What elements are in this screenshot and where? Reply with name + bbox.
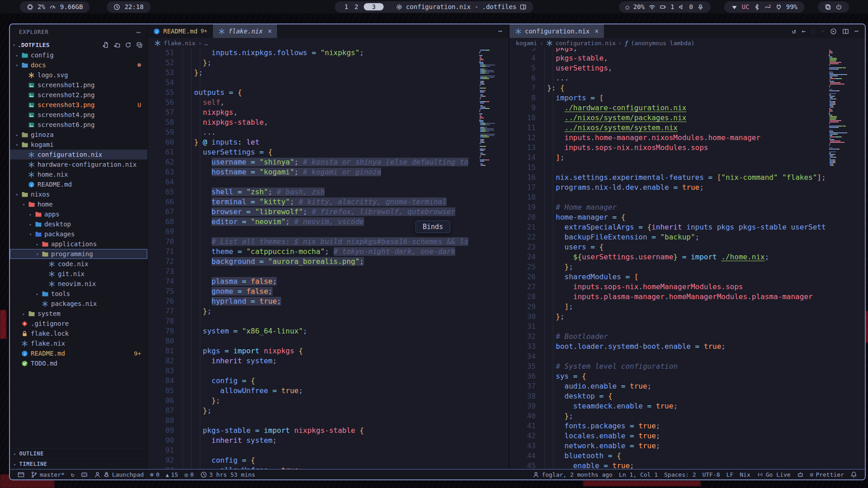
chevron-down-icon[interactable]: ▾ [20, 202, 27, 207]
tree-item-code.nix[interactable]: code.nix [10, 259, 147, 269]
tree-item-neovim.nix[interactable]: neovim.nix [10, 279, 147, 289]
breadcrumb-file[interactable]: flake.nix [164, 40, 195, 47]
breadcrumb[interactable]: flake.nix › … [148, 38, 509, 48]
chevron-down-icon[interactable]: ▾ [14, 192, 20, 197]
new-file-icon[interactable] [102, 42, 109, 48]
back-icon[interactable]: ← [802, 27, 806, 35]
system-tray-pill[interactable]: UC 99% [724, 1, 804, 13]
circle-icon[interactable]: ○ [811, 27, 815, 35]
tree-item-nixos[interactable]: ▾nixos [10, 189, 147, 199]
chevron-right-icon[interactable]: ▸ [14, 53, 20, 58]
clock-pill[interactable]: 22:18 [107, 1, 150, 13]
statusbar-ports[interactable]: ◎0 [181, 471, 197, 478]
chevron-down-icon[interactable]: ▾ [14, 63, 20, 68]
statusbar-git-sync[interactable]: ↻ [68, 471, 78, 478]
tree-item-desktop[interactable]: ▸desktop [10, 219, 147, 229]
breadcrumb[interactable]: kogami › configuration.nix › ƒ (anonymou… [509, 38, 865, 48]
outline-section[interactable]: ▸ OUTLINE [10, 448, 147, 459]
tree-item-tools[interactable]: ▸tools [10, 289, 147, 299]
statusbar-git-branch[interactable]: master* [28, 471, 68, 478]
tree-item-readme.md[interactable]: iREADME.md [10, 179, 147, 189]
tree-item-packages[interactable]: ▾packages [10, 229, 147, 239]
new-folder-icon[interactable] [113, 42, 120, 48]
statusbar-keymap-indicator[interactable] [78, 471, 91, 478]
breadcrumb-folder[interactable]: kogami [516, 40, 537, 47]
statusbar-language-mode[interactable]: Nix [736, 471, 753, 478]
circle-arrow-icon[interactable]: ↷ [821, 27, 825, 35]
tree-item-docs[interactable]: ▾docs [10, 60, 147, 70]
tab-flake[interactable]: flake.nix × [213, 24, 278, 38]
chevron-down-icon[interactable]: ▾ [14, 142, 20, 147]
tree-item-logo.svg[interactable]: logo.svg [10, 70, 147, 80]
tree-item-kogami[interactable]: ▾kogami [10, 140, 147, 150]
breadcrumb-symbol[interactable]: … [204, 40, 208, 47]
tree-item-system[interactable]: ▸system [10, 309, 147, 319]
timeline-section[interactable]: ▸ TIMELINE [10, 459, 147, 469]
chevron-right-icon[interactable]: ▸ [14, 132, 20, 137]
tree-item-screenshot6.png[interactable]: screenshot6.png [10, 120, 147, 130]
tree-item-configuration.nix[interactable]: configuration.nix [10, 150, 147, 160]
tree-item-apps[interactable]: ▸apps [10, 209, 147, 219]
tree-item-hardware-configuration.nix[interactable]: hardware-configuration.nix [10, 160, 147, 169]
tree-item-.gitignore[interactable]: .gitignore [10, 319, 147, 328]
explorer-root-folder[interactable]: ▾ .DOTFILES [10, 40, 147, 50]
statusbar-notifications[interactable] [847, 471, 860, 478]
tree-item-config[interactable]: ▸config [10, 50, 147, 60]
close-icon[interactable]: × [594, 27, 599, 35]
statusbar-time-tracker[interactable]: 3 hrs 53 mins [197, 471, 259, 478]
statusbar-encoding[interactable]: UTF-8 [699, 471, 723, 478]
breadcrumb-file[interactable]: configuration.nix [556, 40, 616, 47]
tree-item-applications[interactable]: ▸applications [10, 239, 147, 249]
statusbar-prettier[interactable]: ⊘Prettier [807, 471, 847, 478]
refresh-icon[interactable] [125, 42, 132, 48]
statusbar-eol[interactable]: LF [723, 471, 737, 478]
tree-item-home.nix[interactable]: home.nix [10, 169, 147, 179]
run-icon[interactable] [830, 28, 837, 35]
hardware-pill[interactable]: ○ 20% 1 0 [619, 1, 711, 13]
workspace-2[interactable]: 2 [352, 3, 361, 10]
chevron-right-icon[interactable]: ▸ [27, 212, 34, 217]
explorer-more-actions-icon[interactable]: ⋯ [136, 28, 141, 37]
tree-item-packages.nix[interactable]: packages.nix [10, 299, 147, 309]
tree-item-flake.lock[interactable]: flake.lock [10, 328, 147, 338]
workspace-3[interactable]: 3 [364, 3, 384, 10]
more-actions-icon[interactable]: ⋯ [498, 27, 502, 35]
minimap[interactable] [476, 48, 509, 469]
statusbar-go-live[interactable]: Go Live [754, 471, 794, 478]
close-icon[interactable]: × [268, 27, 272, 35]
tree-item-ginoza[interactable]: ▸ginoza [10, 130, 147, 140]
chevron-right-icon[interactable]: ▸ [34, 291, 41, 296]
system-stats-pill[interactable]: 2% 9.66GB [20, 1, 90, 13]
code-editor-configuration[interactable]: 3 pkgs,4 pkgs-stable,5 userSettings,6 ..… [509, 48, 865, 469]
statusbar-cursor-position[interactable]: Ln 1, Col 1 [616, 471, 661, 478]
code-editor-flake[interactable]: 51 inputs.nixpkgs.follows = "nixpkgs";52… [148, 48, 509, 469]
statusbar-gitlens-blame[interactable]: foglar, 2 months ago [529, 471, 616, 478]
statusbar-indentation[interactable]: Spaces: 2 [661, 471, 699, 478]
chevron-down-icon[interactable]: ▾ [34, 252, 41, 257]
tree-item-readme.md[interactable]: iREADME.md9+ [10, 348, 147, 358]
chevron-right-icon[interactable]: ▸ [20, 311, 27, 316]
tree-item-home[interactable]: ▾home [10, 199, 147, 209]
chevron-right-icon[interactable]: ▸ [34, 242, 41, 247]
chevron-down-icon[interactable]: ▾ [27, 232, 34, 237]
statusbar-errors[interactable]: ⊗0 [147, 471, 163, 478]
more-icon[interactable]: ⋯ [854, 27, 859, 35]
tree-item-screenshot4.png[interactable]: screenshot4.png [10, 110, 147, 120]
workspace-1[interactable]: 1 [342, 3, 351, 10]
tree-item-git.nix[interactable]: git.nix [10, 269, 147, 279]
minimap[interactable] [826, 48, 865, 469]
power-icon[interactable] [835, 4, 842, 10]
tree-item-screenshot3.png[interactable]: screenshot3.pngU [10, 100, 147, 110]
tab-configuration[interactable]: configuration.nix × [509, 24, 604, 38]
chevron-right-icon[interactable]: ▸ [27, 222, 34, 227]
statusbar-launchpad[interactable]: Launchpad [91, 471, 147, 478]
tree-item-todo.md[interactable]: TODO.md [10, 358, 147, 368]
statusbar-remote-indicator[interactable] [14, 471, 28, 478]
clipboard-icon[interactable] [825, 4, 831, 10]
split-icon[interactable] [842, 28, 849, 35]
history-icon[interactable]: ↺ [792, 27, 796, 35]
breadcrumb-symbol[interactable]: (anonymous lambda) [631, 40, 695, 47]
statusbar-copilot[interactable] [794, 471, 807, 478]
collapse-all-icon[interactable] [136, 42, 143, 48]
tree-item-screenshot1.png[interactable]: screenshot1.png [10, 80, 147, 90]
